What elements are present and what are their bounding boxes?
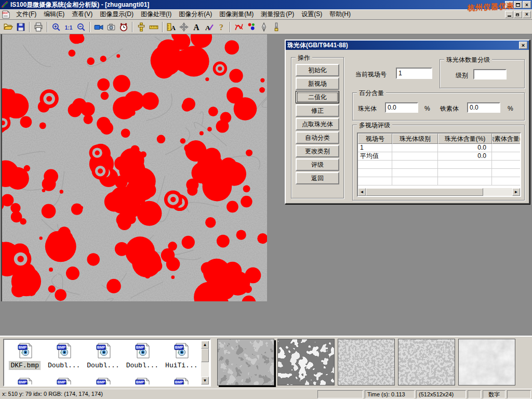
file-item[interactable]: BMPHuiTi... <box>162 341 201 369</box>
pen-tool-icon[interactable] <box>258 21 270 33</box>
menu-item-edit[interactable]: 编辑(E) <box>40 9 68 19</box>
edit-annotate-icon[interactable]: A <box>203 21 215 33</box>
thumbnail-5[interactable] <box>458 339 515 385</box>
scroll-down-icon[interactable]: ▼ <box>201 377 209 384</box>
minimize-button[interactable] <box>505 1 513 8</box>
menu-item-image-processing[interactable]: 图像处理(I) <box>137 9 175 19</box>
file-item[interactable]: BMP <box>123 376 162 384</box>
scroll-left-icon[interactable]: ◄ <box>358 188 366 196</box>
table-cell <box>438 169 492 177</box>
thumbnail-3[interactable] <box>338 339 395 385</box>
initialize-button[interactable]: 初始化 <box>296 64 339 76</box>
scroll-right-icon[interactable]: ► <box>512 188 520 196</box>
menu-item-view[interactable]: 查看(V) <box>68 9 96 19</box>
menu-item-image-display[interactable]: 图像显示(D) <box>96 9 137 19</box>
menu-item-measure-report[interactable]: 测量报告(P) <box>257 9 298 19</box>
file-item[interactable]: BMPDoubl... <box>123 341 162 369</box>
level-input[interactable] <box>473 69 507 79</box>
pick-pearlite-button[interactable]: 点取珠光体 <box>296 118 339 130</box>
thumbnail-4[interactable] <box>398 339 455 385</box>
ferrite-percent-input[interactable] <box>467 102 500 113</box>
table-cell <box>392 144 438 152</box>
ruler-icon[interactable] <box>148 21 160 33</box>
correct-button[interactable]: 修正 <box>296 104 339 117</box>
table-header-3[interactable]: 铁素体含量(%) <box>492 134 521 144</box>
table-header-2[interactable]: 珠光体含量(%) <box>438 134 492 144</box>
mdi-minimize-button[interactable] <box>505 11 513 18</box>
help-icon[interactable]: ? <box>215 21 228 33</box>
file-item[interactable]: BMP <box>162 376 201 384</box>
current-field-input[interactable] <box>396 68 432 79</box>
table-row[interactable]: 平均值0.0 <box>358 152 520 161</box>
svg-text:BMP: BMP <box>175 345 183 349</box>
pearlite-percent-input[interactable] <box>385 102 418 113</box>
video-capture-icon[interactable] <box>92 21 105 33</box>
micrograph-image[interactable] <box>1 34 267 301</box>
menu-item-settings[interactable]: 设置(S) <box>298 9 326 19</box>
thumbnail-2[interactable] <box>277 339 335 385</box>
file-item[interactable]: BMPDoubl... <box>44 341 83 369</box>
save-icon[interactable] <box>15 21 27 33</box>
scroll-thumb[interactable] <box>366 188 483 196</box>
open-icon[interactable] <box>2 21 15 33</box>
svg-text:BMP: BMP <box>58 345 66 349</box>
text-annotate-icon[interactable]: A <box>190 21 203 33</box>
table-header-1[interactable]: 珠光体级别 <box>392 134 438 144</box>
maximize-button[interactable] <box>514 1 522 8</box>
file-item[interactable]: BMPDoubl... <box>84 341 123 369</box>
dialog-title-bar[interactable]: 珠光体(GB/T9441-88) × <box>286 41 529 50</box>
scroll-thumb[interactable] <box>201 349 209 362</box>
new-field-button[interactable]: 新视场 <box>296 77 339 90</box>
file-item[interactable]: BMP <box>5 376 44 384</box>
caliper-icon[interactable] <box>135 21 148 33</box>
thumbnail-1[interactable] <box>217 339 274 385</box>
table-row[interactable] <box>358 177 520 185</box>
table-cell <box>358 177 392 185</box>
binarize-button[interactable]: 二值化 <box>296 91 339 103</box>
table-cell: 0.0 <box>438 152 492 161</box>
measure-text-icon[interactable]: A <box>165 21 178 33</box>
table-cell <box>492 177 521 185</box>
auto-classify-button[interactable]: 自动分类 <box>296 131 339 144</box>
scroll-up-icon[interactable]: ▲ <box>201 341 209 349</box>
table-hscrollbar[interactable]: ◄ ► <box>358 188 520 196</box>
bmp-file-icon: BMP <box>16 342 34 362</box>
zoom-out-icon[interactable] <box>75 21 87 33</box>
table-cell <box>358 169 392 177</box>
table-row[interactable]: 10.0 <box>358 144 520 152</box>
curve-tool-icon[interactable] <box>233 21 245 33</box>
classify-tool-icon[interactable] <box>245 21 258 33</box>
mdi-restore-button[interactable] <box>514 11 522 18</box>
table-header-0[interactable]: 视场号 <box>358 134 392 144</box>
menu-item-image-analysis[interactable]: 图像分析(A) <box>175 9 216 19</box>
grade-button[interactable]: 评级 <box>296 158 339 171</box>
close-button[interactable]: × <box>523 1 531 8</box>
file-item[interactable]: BMP <box>84 376 123 384</box>
file-name: Doubl... <box>86 362 120 369</box>
ferrite-label: 铁素体 <box>440 104 459 113</box>
brush-tool-icon[interactable] <box>270 21 283 33</box>
return-button[interactable]: 返回 <box>296 172 339 184</box>
file-item[interactable]: BMP <box>44 376 83 384</box>
table-row[interactable] <box>358 161 520 169</box>
timer-icon[interactable] <box>117 21 130 33</box>
menu-item-help[interactable]: 帮助(H) <box>326 9 354 19</box>
dialog-close-icon[interactable]: × <box>519 42 527 49</box>
rating-table[interactable]: 视场号珠光体级别珠光体含量(%)铁素体含量(%) 10.0平均值0.0 ◄ ► <box>357 132 521 197</box>
zoom-in-icon[interactable] <box>50 21 62 33</box>
change-class-button[interactable]: 更改类别 <box>296 145 339 157</box>
camera-capture-icon[interactable] <box>105 21 117 33</box>
file-item[interactable]: BMPDKF.bmp <box>5 341 44 369</box>
menu-item-image-measure[interactable]: 图像测量(M) <box>216 9 257 19</box>
move-cross-icon[interactable] <box>178 21 190 33</box>
bottom-panel: BMPDKF.bmpBMPDoubl...BMPDoubl...BMPDoubl… <box>0 336 532 389</box>
pearlite-dialog: 珠光体(GB/T9441-88) × 操作 初始化新视场二值化修正点取珠光体自动… <box>285 39 530 204</box>
actual-size-icon[interactable]: 1:1 <box>62 21 75 33</box>
ferrite-unit: % <box>508 105 513 112</box>
browser-vscrollbar[interactable]: ▲ ▼ <box>201 341 209 384</box>
mdi-close-button[interactable]: × <box>523 11 531 18</box>
table-row[interactable] <box>358 169 520 177</box>
print-icon[interactable] <box>32 21 45 33</box>
document-icon: DOC <box>2 10 10 19</box>
menu-item-file[interactable]: 文件(F) <box>12 9 40 19</box>
